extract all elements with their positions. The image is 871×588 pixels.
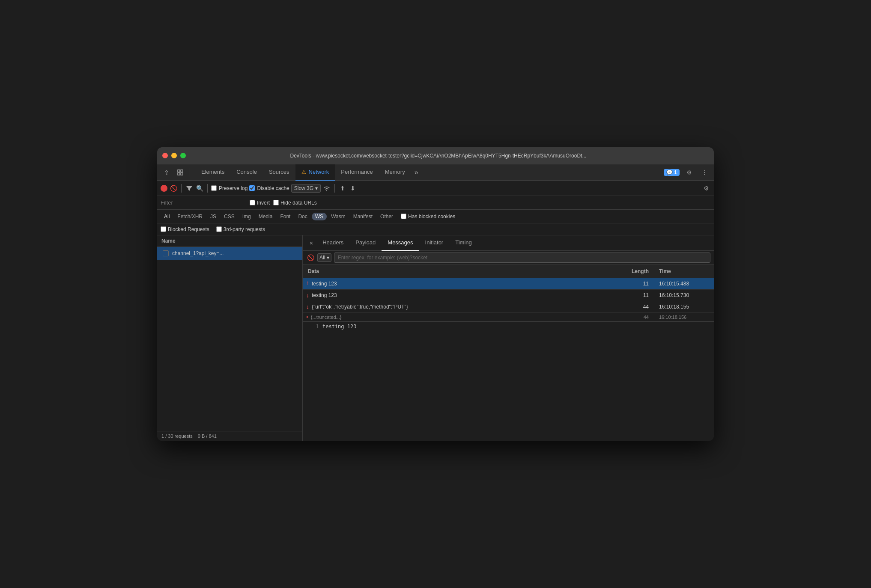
tab-bar-right-controls: 💬 1 ⚙ ⋮ — [664, 166, 710, 178]
has-blocked-cookies-label[interactable]: Has blocked cookies — [401, 214, 455, 220]
detail-tab-bar: × Headers Payload Messages Initiator Tim… — [303, 235, 714, 251]
message-row-4[interactable]: ● {...truncated...} 44 16:10:18.156 — [303, 313, 714, 321]
filter-manifest-button[interactable]: Manifest — [350, 213, 376, 220]
tab-headers[interactable]: Headers — [316, 235, 349, 251]
filter-fetch-xhr-button[interactable]: Fetch/XHR — [174, 213, 206, 220]
message-time-2: 16:10:15.730 — [654, 292, 714, 298]
filter-font-button[interactable]: Font — [277, 213, 294, 220]
third-party-requests-label[interactable]: 3rd-party requests — [216, 226, 265, 232]
invert-checkbox[interactable] — [250, 200, 255, 205]
filter-img-button[interactable]: Img — [239, 213, 254, 220]
inspect-element-icon[interactable] — [174, 166, 186, 178]
filter-doc-button[interactable]: Doc — [295, 213, 310, 220]
requests-size: 0 B / 841 — [198, 434, 217, 439]
invert-checkbox-label[interactable]: Invert — [250, 200, 270, 206]
download-icon[interactable]: ⬇ — [349, 184, 357, 193]
message-data-1: ↓ testing 123 — [303, 280, 611, 287]
message-length-3: 44 — [611, 304, 654, 310]
filter-media-button[interactable]: Media — [255, 213, 276, 220]
filter-all-button[interactable]: All — [161, 213, 173, 220]
more-tabs-button[interactable]: » — [411, 169, 422, 176]
toolbar: 🚫 🔍 Preserve log Disable cache Slow 3G ▾ — [157, 181, 714, 196]
settings-icon[interactable]: ⚙ — [683, 166, 695, 178]
has-blocked-cookies-checkbox[interactable] — [401, 214, 406, 219]
hide-data-urls-checkbox-label[interactable]: Hide data URLs — [273, 200, 317, 206]
line-number-1: 1 — [306, 324, 319, 330]
messages-regex-input[interactable] — [334, 252, 710, 263]
tab-elements[interactable]: Elements — [195, 164, 230, 181]
pointer-icon[interactable]: ⇪ — [161, 166, 173, 178]
request-checkbox[interactable] — [163, 250, 169, 256]
message-time-1: 16:10:15.488 — [654, 281, 714, 287]
disable-cache-checkbox[interactable] — [249, 185, 255, 191]
blocked-requests-checkbox[interactable] — [161, 226, 166, 232]
third-party-requests-checkbox[interactable] — [216, 226, 222, 232]
svg-rect-2 — [181, 170, 183, 172]
message-data-2: ↓ testing 123 — [303, 292, 611, 299]
chat-badge[interactable]: 💬 1 — [664, 169, 680, 176]
hide-data-urls-checkbox[interactable] — [273, 200, 279, 205]
tab-timing[interactable]: Timing — [449, 235, 478, 251]
wifi-icon[interactable] — [322, 184, 331, 193]
messages-block-icon[interactable]: 🚫 — [306, 253, 315, 262]
close-button[interactable] — [162, 153, 168, 158]
message-data-3: ↓ {"url":"ok","retryable":true,"method":… — [303, 303, 611, 310]
filter-icon[interactable] — [185, 184, 194, 193]
message-preview-pane: 1 testing 123 — [303, 321, 714, 441]
search-icon[interactable]: 🔍 — [195, 184, 204, 193]
toolbar-divider-3 — [334, 184, 335, 193]
network-settings-icon[interactable]: ⚙ — [702, 184, 710, 193]
blocked-requests-label[interactable]: Blocked Requests — [161, 226, 209, 232]
message-length-4: 44 — [611, 315, 654, 320]
tab-sources[interactable]: Sources — [263, 164, 295, 181]
requests-count: 1 / 30 requests — [161, 434, 193, 439]
main-content: Name channel_1?api_key=... 1 / 30 reques… — [157, 235, 714, 441]
message-data-4: ● {...truncated...} — [303, 315, 611, 320]
filter-bar: Invert Hide data URLs — [157, 196, 714, 210]
requests-pane: Name channel_1?api_key=... 1 / 30 reques… — [157, 235, 303, 441]
message-row-1[interactable]: ↓ testing 123 11 16:10:15.488 — [303, 278, 714, 290]
filter-ws-button[interactable]: WS — [312, 213, 327, 220]
filter-wasm-button[interactable]: Wasm — [328, 213, 349, 220]
direction-down-icon-4: ● — [306, 315, 308, 319]
tab-bar: ⇪ Elements Console Sources — [157, 164, 714, 181]
disable-cache-checkbox-label[interactable]: Disable cache — [249, 185, 289, 191]
tab-console[interactable]: Console — [230, 164, 263, 181]
col-time-header: Time — [654, 267, 714, 276]
tab-initiator[interactable]: Initiator — [419, 235, 450, 251]
messages-type-selector[interactable]: All ▾ — [317, 253, 331, 262]
svg-rect-1 — [178, 173, 180, 175]
title-bar: DevTools - www.piesocket.com/websocket-t… — [157, 147, 714, 164]
preview-line-1: 1 testing 123 — [303, 322, 714, 331]
tab-payload[interactable]: Payload — [349, 235, 382, 251]
preserve-log-checkbox[interactable] — [211, 185, 217, 191]
filter-other-button[interactable]: Other — [377, 213, 397, 220]
clear-button[interactable]: 🚫 — [169, 184, 178, 193]
direction-down-icon-2: ↓ — [306, 292, 309, 299]
requests-list: channel_1?api_key=... — [157, 247, 302, 431]
direction-down-icon-3: ↓ — [306, 303, 309, 310]
svg-rect-3 — [181, 173, 183, 175]
more-options-icon[interactable]: ⋮ — [698, 166, 710, 178]
line-content-1: testing 123 — [322, 324, 356, 330]
throttle-selector[interactable]: Slow 3G ▾ — [291, 184, 321, 193]
tab-performance[interactable]: Performance — [335, 164, 379, 181]
toolbar-divider-2 — [207, 184, 208, 193]
upload-icon[interactable]: ⬆ — [338, 184, 347, 193]
preserve-log-checkbox-label[interactable]: Preserve log — [211, 185, 248, 191]
close-detail-button[interactable]: × — [306, 238, 316, 248]
tab-messages[interactable]: Messages — [382, 235, 419, 251]
messages-filter-row: 🚫 All ▾ — [303, 251, 714, 265]
filter-css-button[interactable]: CSS — [221, 213, 238, 220]
tab-bar-left-controls: ⇪ — [161, 166, 192, 178]
tab-network[interactable]: ⚠ Network — [295, 164, 335, 181]
filter-js-button[interactable]: JS — [207, 213, 220, 220]
message-row-2[interactable]: ↓ testing 123 11 16:10:15.730 — [303, 290, 714, 301]
tab-memory[interactable]: Memory — [379, 164, 411, 181]
messages-table: Data Length Time ↓ testing 123 11 16:10:… — [303, 265, 714, 321]
filter-input[interactable] — [161, 199, 246, 206]
request-item-channel1[interactable]: channel_1?api_key=... — [157, 247, 302, 260]
message-row-3[interactable]: ↓ {"url":"ok","retryable":true,"method":… — [303, 301, 714, 313]
record-button[interactable] — [161, 185, 167, 192]
message-length-1: 11 — [611, 281, 654, 287]
